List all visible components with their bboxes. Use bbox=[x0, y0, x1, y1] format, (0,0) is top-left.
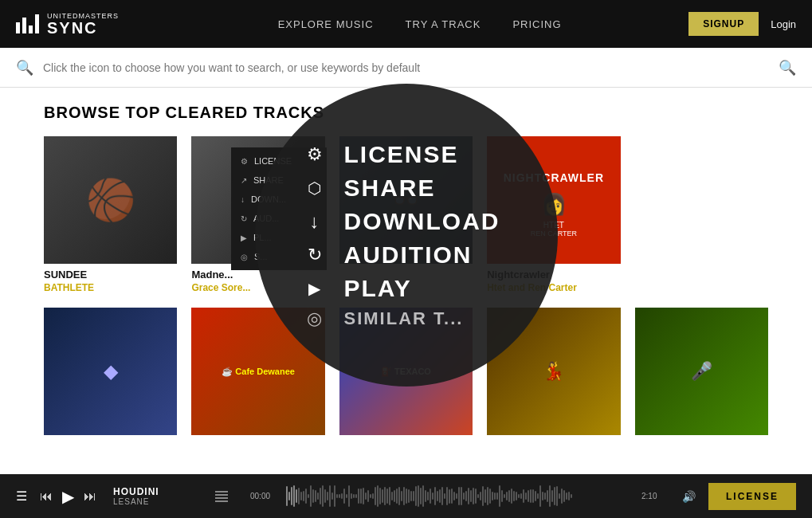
waveform-bar bbox=[437, 491, 438, 500]
waveform-bar bbox=[329, 485, 331, 507]
circle-similar-label: SIMILAR T... bbox=[344, 308, 464, 329]
ctx-share-icon: ↗ bbox=[241, 176, 247, 185]
circle-menu-share[interactable]: ⬡ SHARE bbox=[303, 175, 436, 202]
nav: EXPLORE MUSIC TRY A TRACK PRICING bbox=[151, 18, 688, 30]
logo-bar-4 bbox=[35, 14, 39, 33]
player-track-info: HOUDINI LESANE bbox=[113, 486, 193, 506]
logo[interactable]: UnitedMasters SYNC bbox=[16, 13, 119, 36]
waveform-bar bbox=[496, 492, 498, 500]
waveform-bar bbox=[563, 490, 565, 503]
circle-menu-license[interactable]: ⚙ LICENSE bbox=[303, 141, 459, 168]
waveform-bar bbox=[317, 492, 319, 499]
time-current: 00:00 bbox=[250, 492, 278, 500]
waveform-bar bbox=[484, 489, 486, 502]
waveform-bar bbox=[298, 488, 300, 504]
waveform-bar bbox=[554, 487, 555, 505]
search-icon-left[interactable]: 🔍 bbox=[16, 59, 33, 77]
signup-button[interactable]: SIGNUP bbox=[688, 12, 759, 36]
waveform-bar bbox=[343, 489, 345, 504]
circle-download-label: DOWNLOAD bbox=[344, 208, 500, 235]
waveform-bar bbox=[477, 494, 479, 498]
waveform-bar bbox=[293, 485, 295, 507]
player-controls: ⏮ ▶ ⏭ bbox=[40, 487, 96, 506]
waveform-bar bbox=[449, 489, 450, 504]
waveform-bar bbox=[370, 494, 371, 499]
ctx-play-icon: ▶ bbox=[241, 233, 247, 242]
circle-share-icon: ⬡ bbox=[303, 179, 327, 198]
circle-menu-download[interactable]: ↓ DOWNLOAD bbox=[303, 208, 500, 235]
waveform-bar bbox=[372, 493, 374, 498]
waveform-bar bbox=[377, 485, 379, 507]
next-button[interactable]: ⏭ bbox=[84, 489, 96, 504]
track-name-sundee: SUNDEE bbox=[44, 269, 177, 281]
waveform-bar bbox=[475, 489, 477, 504]
waveform-bar bbox=[386, 489, 388, 503]
waveform-bar bbox=[296, 489, 297, 503]
waveform-bar bbox=[346, 494, 347, 499]
waveform-bar bbox=[358, 489, 359, 504]
login-link[interactable]: Login bbox=[771, 18, 796, 30]
waveform-bar bbox=[408, 489, 410, 503]
waveform-bar bbox=[444, 493, 445, 499]
ctx-similar-icon: ◎ bbox=[241, 253, 248, 261]
player-license-button[interactable]: LICENSE bbox=[708, 483, 796, 510]
waveform-bar bbox=[499, 485, 500, 507]
search-input[interactable] bbox=[43, 61, 769, 74]
volume-icon[interactable]: 🔊 bbox=[682, 490, 696, 503]
nav-pricing[interactable]: PRICING bbox=[512, 18, 561, 30]
logo-bar-3 bbox=[29, 26, 33, 33]
waveform-bar bbox=[286, 486, 288, 506]
circle-menu-similar[interactable]: ◎ SIMILAR T... bbox=[303, 308, 464, 329]
nav-explore[interactable]: EXPLORE MUSIC bbox=[278, 18, 374, 30]
waveform-bar bbox=[439, 489, 441, 504]
waveform-bar bbox=[427, 492, 429, 501]
waveform-bar bbox=[501, 490, 503, 502]
waveform-bar bbox=[492, 492, 493, 500]
thumb-content-row2-5: 🎤 bbox=[635, 308, 768, 435]
waveform-bar bbox=[418, 485, 419, 508]
header: UnitedMasters SYNC EXPLORE MUSIC TRY A T… bbox=[0, 0, 812, 48]
logo-text: UnitedMasters SYNC bbox=[47, 13, 119, 36]
waveform-bar bbox=[384, 487, 386, 505]
prev-button[interactable]: ⏮ bbox=[40, 489, 53, 504]
waveform-bar bbox=[551, 490, 553, 502]
waveform-bar bbox=[434, 487, 436, 506]
waveform-bar bbox=[530, 489, 532, 503]
track-card-row2-5[interactable]: 🎤 bbox=[635, 308, 768, 435]
waveform-bar bbox=[363, 488, 364, 504]
waveform-bar bbox=[291, 487, 292, 505]
nav-try-track[interactable]: TRY A TRACK bbox=[406, 18, 481, 30]
track-info-sundee: SUNDEE BATHLETE bbox=[44, 264, 177, 293]
thumb-content-row2-1: ◆ bbox=[44, 308, 177, 435]
waveform-bar bbox=[351, 493, 352, 498]
play-button[interactable]: ▶ bbox=[62, 487, 74, 506]
circle-share-label: SHARE bbox=[344, 175, 436, 202]
circle-menu-audition[interactable]: ↻ AUDITION bbox=[303, 241, 473, 269]
waveform-bar bbox=[389, 487, 390, 506]
waveform-bar bbox=[365, 492, 367, 500]
waveform-bar bbox=[367, 490, 369, 503]
waveform-bar bbox=[327, 492, 328, 500]
waveform-bar bbox=[566, 492, 567, 500]
circle-play-icon: ▶ bbox=[303, 279, 327, 298]
waveform-bar bbox=[339, 494, 340, 499]
track-card-row2-1[interactable]: ◆ bbox=[44, 308, 177, 435]
waveform-bar bbox=[456, 493, 457, 500]
circle-menu: ⚙ LICENSE ⬡ SHARE ↓ DOWNLOAD ↻ AUDITION … bbox=[255, 84, 558, 387]
ctx-download-icon: ↓ bbox=[241, 195, 245, 204]
waveform-icon bbox=[210, 491, 233, 502]
logo-product: SYNC bbox=[47, 20, 119, 36]
header-actions: SIGNUP Login bbox=[688, 12, 796, 36]
track-card-sundee[interactable]: 🏀 SUNDEE BATHLETE bbox=[44, 136, 177, 293]
circle-menu-play[interactable]: ▶ PLAY bbox=[303, 275, 412, 302]
waveform-bar bbox=[539, 485, 541, 507]
waveform[interactable] bbox=[286, 484, 634, 509]
track-thumb-row2-1: ◆ bbox=[44, 308, 177, 435]
search-icon-right[interactable]: 🔍 bbox=[779, 59, 796, 77]
waveform-bar bbox=[528, 490, 529, 501]
waveform-bar bbox=[549, 485, 551, 506]
waveform-bar bbox=[430, 489, 431, 503]
waveform-bar bbox=[410, 491, 412, 502]
playlist-icon[interactable]: ☰ bbox=[16, 489, 27, 504]
circle-license-label: LICENSE bbox=[344, 141, 459, 168]
